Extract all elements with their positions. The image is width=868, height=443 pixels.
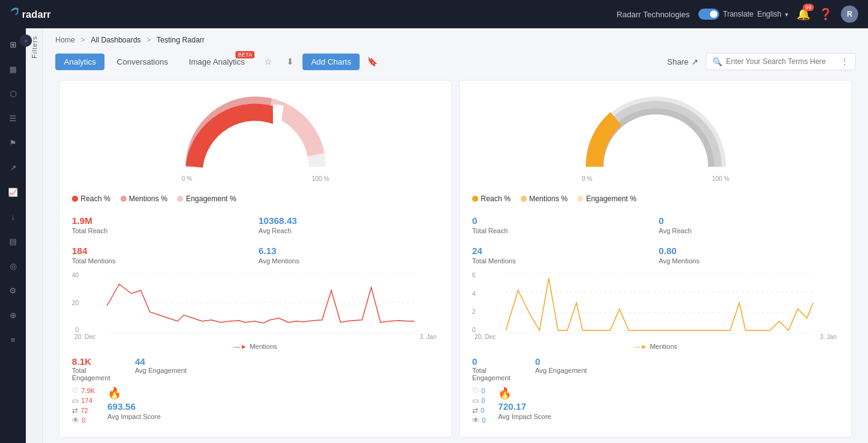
heart-icon: ♡ bbox=[72, 386, 79, 395]
left-legend: Reach % Mentions % Engagement % bbox=[72, 190, 439, 208]
translate-switch[interactable] bbox=[698, 9, 719, 20]
right-y-0: 0 bbox=[472, 327, 476, 333]
right-impact-value: 720.17 bbox=[498, 401, 551, 412]
breadcrumb-all-dashboards[interactable]: All Dashboards bbox=[91, 36, 141, 44]
right-heart-icon: ♡ bbox=[472, 386, 479, 395]
tab-image-analytics[interactable]: Image Analytics BETA bbox=[180, 54, 253, 70]
left-chart-panel: 0 % 100 % Reach % Mentions % Engagement … bbox=[59, 80, 452, 437]
bookmark-icon[interactable]: 🔖 bbox=[363, 53, 381, 70]
right-gauge-right: 100 % bbox=[712, 175, 729, 182]
tab-analytics[interactable]: Analytics bbox=[55, 54, 105, 70]
expand-sidebar-button[interactable]: › bbox=[20, 34, 32, 47]
search-input[interactable] bbox=[726, 57, 837, 66]
tab-conversations[interactable]: Conversations bbox=[108, 54, 176, 70]
right-y-2: 2 bbox=[472, 308, 476, 315]
left-total-engagement-label2: Engagement bbox=[72, 374, 110, 381]
right-legend-reach-dot bbox=[472, 196, 478, 202]
sidebar-item-target[interactable]: ◎ bbox=[2, 255, 24, 277]
right-comments-row: ▭ 0 bbox=[472, 396, 486, 405]
right-y-4: 4 bbox=[472, 290, 476, 297]
right-avg-mentions-value: 0.80 bbox=[659, 245, 840, 256]
left-total-mentions-label: Total Mentions bbox=[72, 257, 253, 265]
tabs-bar: Analytics Conversations Image Analytics … bbox=[43, 49, 868, 76]
sidebar-item-analytics[interactable]: 📈 bbox=[2, 181, 24, 203]
right-x-dec: 20. Dec bbox=[475, 333, 495, 340]
left-y-0: 0 bbox=[72, 327, 79, 333]
notification-badge: 99 bbox=[803, 4, 814, 11]
right-likes-row: ♡ 0 bbox=[472, 386, 486, 395]
sidebar-item-table[interactable]: ▤ bbox=[2, 230, 24, 252]
filters-panel: Filters bbox=[26, 28, 43, 443]
sidebar-item-download[interactable]: ↓ bbox=[2, 206, 24, 228]
breadcrumb-home[interactable]: Home bbox=[55, 36, 75, 44]
sidebar-item-grid[interactable]: ▦ bbox=[2, 58, 24, 80]
right-total-mentions-value: 24 bbox=[472, 245, 653, 256]
left-views-row: 👁 0 bbox=[72, 416, 95, 425]
sidebar-item-doc[interactable]: ☰ bbox=[2, 107, 24, 129]
right-legend-mentions-label: Mentions % bbox=[529, 194, 568, 203]
download-icon[interactable]: ⬇ bbox=[282, 53, 299, 70]
right-avg-engagement-value: 0 bbox=[535, 356, 586, 367]
left-bottom-stats: 8.1K Total Engagement 44 Avg Engagement … bbox=[72, 356, 439, 425]
left-avg-reach-label: Avg Reach bbox=[259, 227, 440, 234]
tab-beta-badge: BETA bbox=[235, 51, 254, 58]
right-impact-block: 🔥 720.17 Avg Impact Score bbox=[498, 386, 551, 420]
legend-mentions-label: Mentions % bbox=[129, 194, 168, 203]
right-legend-engagement-dot bbox=[577, 196, 583, 202]
legend-engagement-label: Engagement % bbox=[186, 194, 236, 203]
left-comments-row: ▭ 174 bbox=[72, 396, 95, 405]
sidebar-item-pulse[interactable]: ⬡ bbox=[2, 82, 24, 105]
right-fire-icon: 🔥 bbox=[498, 386, 551, 400]
left-impact-block: 🔥 693.56 Avg Impact Score bbox=[108, 386, 161, 421]
star-icon[interactable]: ☆ bbox=[259, 53, 277, 70]
sidebar-item-list[interactable]: ≡ bbox=[2, 329, 24, 351]
right-icon-stats: ♡ 0 ▭ 0 ⇄ 0 👁 0 bbox=[472, 386, 486, 425]
translate-toggle[interactable]: Translate English ▾ bbox=[698, 9, 788, 20]
right-total-reach-value: 0 bbox=[472, 215, 653, 226]
right-stats-row: 0 Total Reach 0 Avg Reach 24 Total Menti… bbox=[472, 213, 839, 267]
left-total-engagement-label: Total bbox=[72, 367, 110, 374]
left-x-jan: 3. Jan bbox=[420, 333, 436, 340]
add-charts-button[interactable]: Add Charts bbox=[302, 54, 360, 70]
lang-chevron[interactable]: ▾ bbox=[785, 11, 788, 18]
right-share-stat-icon: ⇄ bbox=[472, 406, 478, 415]
left-avg-mentions: 6.13 Avg Mentions bbox=[259, 243, 440, 267]
left-avg-mentions-value: 6.13 bbox=[259, 245, 440, 256]
sidebar-item-settings[interactable]: ⚙ bbox=[2, 279, 24, 301]
right-total-engagement-value: 0 bbox=[472, 356, 510, 367]
left-avg-engagement-value: 44 bbox=[135, 356, 186, 367]
sidebar: ⊞ ▦ ⬡ ☰ ⚑ ↗ 📈 ↓ ▤ ◎ ⚙ ⊕ ≡ bbox=[0, 28, 26, 443]
right-bottom-row1: 0 Total Engagement 0 Avg Engagement bbox=[472, 356, 839, 381]
avatar[interactable]: R bbox=[841, 6, 858, 23]
left-avg-reach-value: 10368.43 bbox=[259, 215, 440, 226]
left-total-engagement: 8.1K Total Engagement bbox=[72, 356, 110, 381]
right-legend-mentions-dot bbox=[521, 196, 527, 202]
svg-text:radarr: radarr bbox=[22, 9, 51, 20]
right-shares-row: ⇄ 0 bbox=[472, 406, 486, 415]
left-total-reach-value: 1.9M bbox=[72, 215, 253, 226]
legend-reach-dot bbox=[72, 196, 78, 202]
right-total-mentions: 24 Total Mentions bbox=[472, 243, 653, 267]
right-avg-mentions: 0.80 Avg Mentions bbox=[659, 243, 840, 267]
right-avg-reach: 0 Avg Reach bbox=[659, 213, 840, 237]
left-avg-reach: 10368.43 Avg Reach bbox=[259, 213, 440, 237]
sidebar-item-adjust[interactable]: ⊕ bbox=[2, 304, 24, 326]
eye-icon: 👁 bbox=[72, 416, 79, 425]
left-gauge-wrap bbox=[182, 93, 329, 173]
left-gauge: 0 % 100 % bbox=[72, 93, 439, 182]
help-icon[interactable]: ❓ bbox=[819, 7, 832, 21]
breadcrumb: Home > All Dashboards > Testing Radarr bbox=[43, 28, 868, 49]
left-stats-row: 1.9M Total Reach 10368.43 Avg Reach 184 … bbox=[72, 213, 439, 267]
left-avg-engagement-label: Avg Engagement bbox=[135, 367, 186, 374]
notification-icon[interactable]: 🔔 99 bbox=[797, 7, 810, 21]
filter-icon[interactable]: ⋮ bbox=[840, 57, 849, 66]
right-views-row: 👁 0 bbox=[472, 416, 486, 425]
sidebar-item-chart[interactable]: ↗ bbox=[2, 156, 24, 178]
left-comments-value: 174 bbox=[81, 397, 92, 404]
share-button[interactable]: Share ↗ bbox=[667, 57, 698, 66]
search-icon: 🔍 bbox=[712, 57, 722, 66]
sidebar-item-alert[interactable]: ⚑ bbox=[2, 132, 24, 154]
tabs-right: Share ↗ 🔍 ⋮ bbox=[667, 53, 856, 70]
search-bar[interactable]: 🔍 ⋮ bbox=[706, 53, 856, 70]
language-select[interactable]: English bbox=[757, 10, 781, 18]
